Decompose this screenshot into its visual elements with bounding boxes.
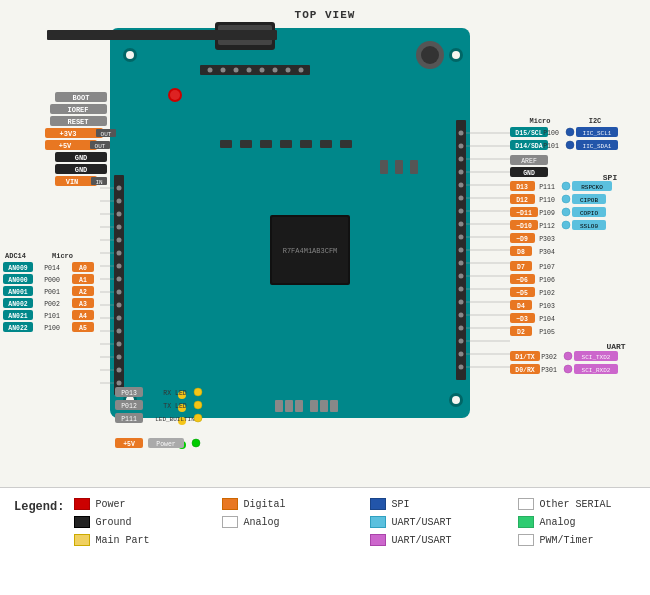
svg-text:VIN: VIN	[66, 178, 79, 186]
svg-point-55	[459, 326, 464, 331]
svg-text:P107: P107	[539, 264, 555, 271]
svg-point-80	[234, 68, 239, 73]
svg-rect-17	[340, 140, 352, 148]
svg-text:D7: D7	[517, 264, 525, 271]
svg-text:GND: GND	[75, 154, 88, 162]
svg-text:SSLO0: SSLO0	[580, 223, 598, 230]
svg-point-5	[421, 46, 439, 64]
svg-text:~D10: ~D10	[516, 223, 532, 230]
svg-text:P112: P112	[539, 223, 555, 230]
svg-text:P101: P101	[44, 313, 60, 320]
svg-point-43	[459, 170, 464, 175]
legend-other-serial: Other SERIAL	[518, 498, 650, 510]
svg-text:OUT: OUT	[101, 131, 112, 138]
svg-rect-28	[310, 400, 318, 412]
svg-text:CIPOB: CIPOB	[580, 197, 598, 204]
svg-text:~D11: ~D11	[516, 210, 532, 217]
pin-gnd2: GND	[55, 164, 107, 174]
svg-point-178	[194, 388, 202, 396]
svg-point-32	[126, 51, 134, 59]
svg-point-78	[208, 68, 213, 73]
legend-power: Power	[74, 498, 222, 510]
svg-point-47	[459, 222, 464, 227]
pin-reset: RESET	[50, 116, 107, 126]
svg-text:+3V3: +3V3	[60, 130, 77, 138]
svg-point-38	[452, 396, 460, 404]
svg-text:P013: P013	[121, 390, 137, 397]
svg-text:P105: P105	[539, 329, 555, 336]
svg-text:Micro: Micro	[529, 117, 550, 125]
svg-text:IIC_SDA1: IIC_SDA1	[583, 143, 612, 150]
svg-rect-13	[260, 140, 272, 148]
svg-rect-12	[240, 140, 252, 148]
svg-text:I2C: I2C	[589, 117, 602, 125]
svg-text:GND: GND	[75, 166, 88, 174]
svg-text:~D6: ~D6	[516, 277, 528, 284]
svg-point-191	[192, 439, 200, 447]
svg-point-54	[459, 313, 464, 318]
svg-text:P101: P101	[543, 143, 559, 150]
svg-point-84	[286, 68, 291, 73]
legend-spi: UART/USART	[370, 516, 518, 528]
svg-text:IIC_SCL1: IIC_SCL1	[583, 130, 612, 137]
svg-text:P102: P102	[539, 290, 555, 297]
svg-text:P104: P104	[539, 316, 555, 323]
svg-point-82	[260, 68, 265, 73]
svg-point-263	[564, 352, 572, 360]
svg-point-79	[221, 68, 226, 73]
svg-rect-19	[395, 160, 403, 174]
svg-point-10	[170, 90, 180, 100]
svg-rect-11	[220, 140, 232, 148]
svg-text:GND: GND	[523, 170, 535, 177]
svg-text:D14/SDA: D14/SDA	[515, 143, 542, 150]
svg-point-58	[459, 365, 464, 370]
svg-point-70	[117, 316, 122, 321]
svg-point-52	[459, 287, 464, 292]
svg-text:P106: P106	[539, 277, 555, 284]
svg-text:P103: P103	[539, 303, 555, 310]
svg-text:~D9: ~D9	[516, 236, 528, 243]
svg-text:RESET: RESET	[67, 118, 88, 126]
svg-rect-25	[275, 400, 283, 412]
svg-text:D2: D2	[517, 329, 525, 336]
svg-point-182	[194, 401, 202, 409]
svg-text:AN009: AN009	[8, 265, 28, 272]
svg-point-73	[117, 355, 122, 360]
svg-text:R7FA4M1AB3CFM: R7FA4M1AB3CFM	[283, 247, 338, 255]
svg-point-50	[459, 261, 464, 266]
svg-rect-76	[47, 30, 277, 40]
svg-text:P304: P304	[539, 249, 555, 256]
pin-5v: +5V OUT	[45, 140, 110, 150]
svg-point-81	[247, 68, 252, 73]
pin-aref: AREF	[510, 155, 548, 165]
svg-point-67	[117, 277, 122, 282]
svg-point-40	[459, 131, 464, 136]
svg-rect-18	[380, 160, 388, 174]
svg-text:Power: Power	[156, 441, 176, 448]
svg-point-197	[566, 128, 574, 136]
top-view-label: TOP VIEW	[295, 9, 356, 21]
svg-text:+5V: +5V	[59, 142, 72, 150]
svg-text:IN: IN	[95, 179, 103, 186]
svg-point-34	[452, 51, 460, 59]
legend-analog-green: Analog	[518, 516, 650, 528]
svg-point-49	[459, 248, 464, 253]
svg-point-60	[117, 186, 122, 191]
svg-text:P111: P111	[121, 416, 137, 423]
svg-text:UART: UART	[606, 342, 625, 351]
svg-point-57	[459, 352, 464, 357]
svg-text:D4: D4	[517, 303, 525, 310]
svg-text:AN002: AN002	[8, 301, 28, 308]
svg-rect-30	[330, 400, 338, 412]
svg-text:~D3: ~D3	[516, 316, 528, 323]
legend-area: Legend: Power Digital SPI Other SERIAL	[0, 487, 650, 595]
svg-point-75	[117, 381, 122, 386]
svg-text:SPI: SPI	[603, 173, 618, 182]
legend-i2c: SPI	[370, 498, 518, 510]
svg-text:RX LED: RX LED	[163, 390, 187, 397]
svg-rect-14	[280, 140, 292, 148]
svg-text:P302: P302	[541, 354, 557, 361]
svg-text:A1: A1	[79, 277, 87, 284]
svg-text:P100: P100	[44, 325, 60, 332]
pin-ioref: IOREF	[50, 104, 107, 114]
